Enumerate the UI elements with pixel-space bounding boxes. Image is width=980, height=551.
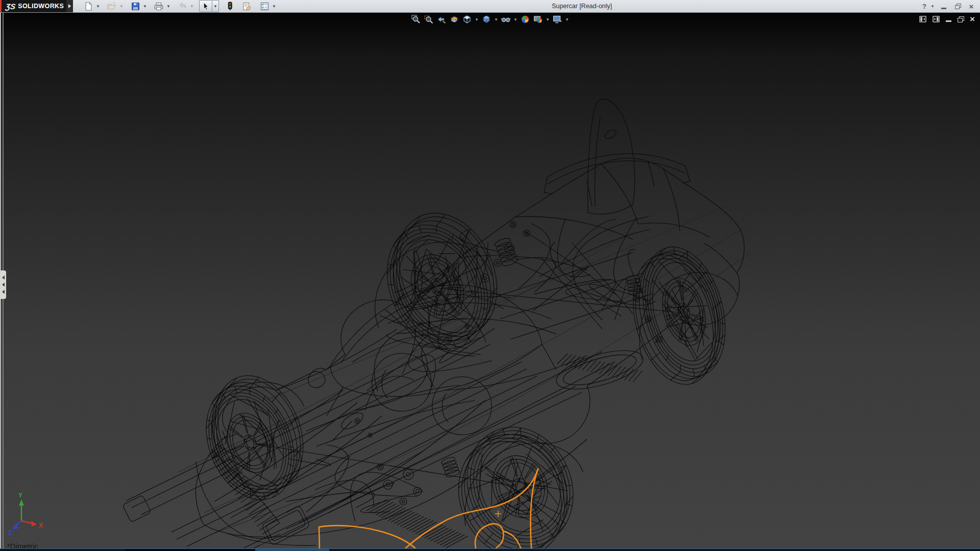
solidworks-logo: ƷS SOLIDWORKS: [0, 0, 66, 12]
car-wireframe[interactable]: [122, 99, 744, 548]
options-icon: [260, 2, 269, 11]
view-orientation-dropdown[interactable]: ▼: [474, 14, 479, 24]
previous-view-icon: [437, 15, 446, 24]
apply-scene-button[interactable]: [532, 14, 544, 24]
select-tool-button[interactable]: [199, 0, 212, 12]
document-close-icon: ×: [970, 15, 975, 23]
logo-red-accent: [0, 0, 2, 12]
undo-icon: [178, 2, 187, 11]
hide-show-items-dropdown[interactable]: ▼: [513, 14, 518, 24]
undo-button[interactable]: [176, 0, 189, 12]
hide-show-items-button[interactable]: [500, 14, 511, 24]
display-style-button[interactable]: [481, 14, 492, 24]
new-document-icon: [84, 2, 93, 11]
reference-triad: Y X Z: [8, 492, 43, 537]
collapse-arrow-icon: [2, 283, 5, 287]
pane-previous-icon: [919, 16, 926, 22]
section-view-icon: [450, 15, 459, 24]
collapse-arrow-icon: [2, 290, 5, 294]
document-restore-icon: [958, 16, 964, 22]
view-settings-button[interactable]: [552, 14, 563, 24]
help-dropdown[interactable]: ▼: [930, 4, 935, 9]
model-viewport[interactable]: Y X Z: [0, 13, 980, 548]
save-button[interactable]: [129, 0, 142, 12]
save-dropdown[interactable]: ▼: [142, 1, 148, 12]
help-button[interactable]: ?: [920, 2, 929, 11]
display-style-dropdown[interactable]: ▼: [494, 14, 499, 24]
minimize-button[interactable]: [939, 2, 948, 11]
zoom-to-area-button[interactable]: [423, 14, 434, 24]
status-strip: [0, 548, 980, 551]
restore-button[interactable]: [953, 2, 962, 11]
pane-next-button[interactable]: [933, 16, 940, 22]
restore-icon: [955, 4, 961, 9]
open-document-button[interactable]: [105, 0, 118, 12]
zoom-to-fit-button[interactable]: [410, 14, 422, 24]
window-controls: ? ▼ ×: [920, 0, 976, 12]
apply-scene-dropdown[interactable]: ▼: [545, 14, 550, 24]
new-document-dropdown[interactable]: ▼: [95, 1, 101, 12]
edit-appearance-icon: [521, 15, 530, 24]
view-settings-icon: [553, 15, 562, 24]
view-settings-dropdown[interactable]: ▼: [565, 14, 570, 24]
menu-expand-button[interactable]: [66, 0, 73, 12]
save-icon: [131, 2, 140, 11]
logo-brand-text: SOLIDWORKS: [18, 3, 64, 10]
document-restore-button[interactable]: [958, 16, 964, 22]
open-document-icon: [107, 2, 116, 11]
feature-panel-expand-tab[interactable]: [0, 270, 6, 299]
print-icon: [154, 2, 163, 11]
graphics-area[interactable]: Y X Z: [0, 13, 980, 548]
triad-x-label: X: [39, 522, 43, 529]
headsup-view-toolbar: ▼ ▼ ▼: [410, 14, 570, 24]
options-dropdown[interactable]: ▼: [271, 1, 277, 12]
triad-z-label: Z: [8, 530, 12, 537]
open-document-dropdown[interactable]: ▼: [118, 1, 125, 12]
rebuild-button[interactable]: [223, 0, 236, 12]
status-strip-segment: [125, 549, 255, 551]
minimize-icon: [941, 8, 946, 9]
file-properties-icon: [242, 2, 252, 11]
rebuild-traffic-light-icon: [226, 2, 234, 11]
expand-arrow-icon: [68, 4, 71, 8]
titlebar: ƷS SOLIDWORKS ▼ ▼: [0, 0, 980, 13]
section-view-button[interactable]: [449, 14, 460, 24]
view-orientation-icon: [462, 15, 472, 24]
zoom-to-fit-icon: [411, 15, 421, 24]
previous-view-button[interactable]: [436, 14, 447, 24]
file-properties-button[interactable]: [240, 0, 254, 12]
select-cursor-icon: [202, 2, 210, 11]
collapse-arrow-icon: [2, 276, 5, 280]
close-button[interactable]: ×: [967, 2, 976, 11]
window-title: Supercar [Read-only]: [552, 0, 612, 12]
status-strip-segment: [255, 549, 329, 551]
print-button[interactable]: [152, 0, 165, 12]
pane-previous-button[interactable]: [919, 16, 926, 22]
wireframe-detail: [188, 197, 740, 548]
undo-dropdown[interactable]: ▼: [189, 1, 195, 12]
print-dropdown[interactable]: ▼: [165, 1, 172, 12]
document-window-controls: ×: [919, 15, 975, 23]
display-style-icon: [482, 15, 491, 24]
zoom-to-area-icon: [424, 15, 433, 24]
select-tool-dropdown[interactable]: ▼: [212, 0, 219, 12]
close-icon: ×: [969, 3, 974, 10]
apply-scene-icon: [533, 15, 543, 24]
main-toolbar: ▼ ▼ ▼: [82, 0, 277, 12]
document-close-button[interactable]: ×: [970, 15, 975, 23]
hide-show-items-icon: [501, 15, 511, 24]
options-button[interactable]: [258, 0, 271, 12]
view-orientation-button[interactable]: [461, 14, 473, 24]
triad-y-label: Y: [18, 492, 22, 499]
ds-logo-icon: ƷS: [5, 2, 16, 11]
edit-appearance-button[interactable]: [520, 14, 531, 24]
new-document-button[interactable]: [82, 0, 95, 12]
document-minimize-icon: [946, 20, 951, 22]
pane-next-icon: [933, 16, 940, 22]
document-minimize-button[interactable]: [946, 16, 951, 22]
selection-point-marker: [495, 511, 501, 517]
